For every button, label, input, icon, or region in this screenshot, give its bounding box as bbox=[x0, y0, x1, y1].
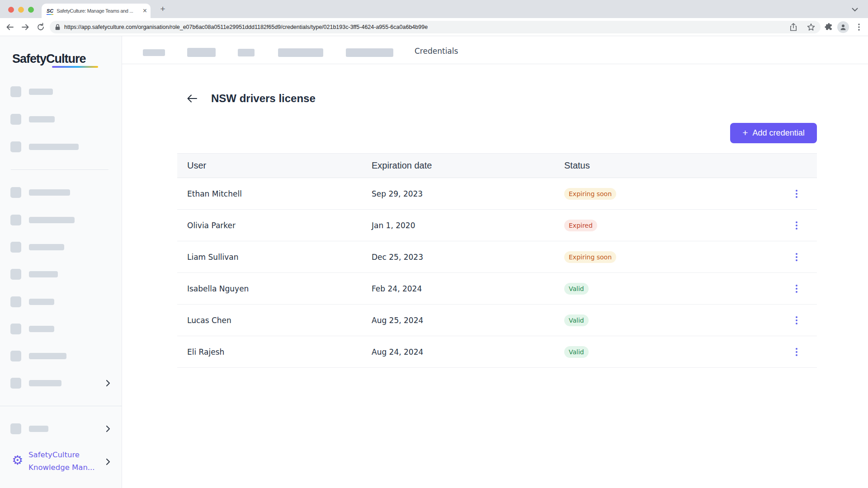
plus-icon: + bbox=[742, 127, 748, 138]
sidebar: SafetyCulture ⚙ SafetyCulture Knowledge … bbox=[0, 36, 122, 488]
user-cell: Isabella Nguyen bbox=[177, 284, 372, 293]
user-cell: Liam Sullivan bbox=[177, 253, 372, 262]
address-bar[interactable]: https://app.safetyculture.com/organisati… bbox=[50, 21, 821, 33]
sidebar-item-placeholder[interactable] bbox=[10, 242, 64, 253]
row-actions-kebab-icon[interactable] bbox=[796, 285, 797, 293]
person-icon bbox=[840, 23, 847, 31]
column-header-user: User bbox=[177, 160, 372, 171]
status-badge: Valid bbox=[564, 346, 589, 358]
logo-underline bbox=[52, 66, 98, 68]
row-actions-kebab-icon[interactable] bbox=[796, 348, 797, 356]
knowledge-base-line1: SafetyCulture bbox=[28, 450, 80, 459]
close-tab-icon[interactable]: × bbox=[143, 7, 147, 15]
user-cell: Lucas Chen bbox=[177, 316, 372, 325]
table-row: Lucas Chen Aug 25, 2024 Valid bbox=[177, 305, 817, 336]
column-header-status: Status bbox=[564, 160, 776, 171]
back-button[interactable] bbox=[185, 92, 199, 105]
row-actions-kebab-icon[interactable] bbox=[796, 190, 797, 198]
forward-icon[interactable] bbox=[21, 23, 30, 32]
page-title: NSW drivers license bbox=[211, 92, 316, 105]
user-cell: Ethan Mitchell bbox=[177, 189, 372, 198]
user-cell: Olivia Parker bbox=[177, 221, 372, 230]
nav-tab-placeholder[interactable] bbox=[278, 48, 323, 57]
sidebar-item-placeholder[interactable] bbox=[10, 187, 70, 198]
bookmark-star-icon[interactable] bbox=[807, 23, 815, 31]
table-row: Isabella Nguyen Feb 24, 2024 Valid bbox=[177, 273, 817, 305]
extensions-puzzle-icon[interactable] bbox=[825, 23, 833, 31]
expiration-cell: Feb 24, 2024 bbox=[372, 284, 564, 293]
row-actions-kebab-icon[interactable] bbox=[796, 253, 797, 261]
sidebar-item-placeholder[interactable] bbox=[10, 269, 58, 280]
back-icon[interactable] bbox=[5, 23, 14, 32]
nav-tab-placeholder[interactable] bbox=[346, 48, 393, 57]
table-body: Ethan Mitchell Sep 29, 2023 Expiring soo… bbox=[177, 178, 817, 368]
tab-search-chevron-icon[interactable] bbox=[852, 8, 858, 12]
browser-toolbar: https://app.safetyculture.com/organisati… bbox=[0, 18, 868, 36]
profile-avatar[interactable] bbox=[837, 21, 849, 33]
safetyculture-favicon-icon: SC bbox=[47, 8, 53, 14]
add-credential-label: Add credential bbox=[753, 128, 805, 138]
row-actions-kebab-icon[interactable] bbox=[796, 316, 797, 324]
knowledge-base-line2: Knowledge Man... bbox=[28, 463, 95, 472]
nav-tab-placeholder[interactable] bbox=[187, 48, 216, 57]
sidebar-item-placeholder[interactable] bbox=[10, 215, 75, 225]
safetyculture-logo: SafetyCulture bbox=[12, 52, 86, 66]
knowledge-base-link[interactable]: ⚙ SafetyCulture Knowledge Man... bbox=[12, 449, 95, 474]
reload-icon[interactable] bbox=[36, 23, 45, 32]
table-row: Olivia Parker Jan 1, 2020 Expired bbox=[177, 210, 817, 241]
content-area: NSW drivers license + Add credential Use… bbox=[122, 64, 868, 488]
nav-tab-placeholder[interactable] bbox=[238, 49, 255, 56]
credentials-table: User Expiration date Status Ethan Mitche… bbox=[177, 153, 817, 368]
window-controls bbox=[8, 7, 34, 13]
chevron-right-icon[interactable] bbox=[106, 380, 110, 387]
sidebar-item-placeholder[interactable] bbox=[10, 324, 54, 334]
table-header-row: User Expiration date Status bbox=[177, 154, 817, 178]
arrow-left-icon bbox=[187, 94, 198, 103]
main-area: Credentials NSW drivers license + Add cr… bbox=[122, 36, 868, 488]
sidebar-item-placeholder[interactable] bbox=[10, 423, 48, 434]
new-tab-button[interactable]: + bbox=[158, 4, 168, 14]
expiration-cell: Jan 1, 2020 bbox=[372, 221, 564, 230]
gear-icon: ⚙ bbox=[12, 449, 23, 474]
top-navigation: Credentials bbox=[122, 36, 868, 64]
status-badge: Expiring soon bbox=[564, 188, 616, 200]
minimize-window-button[interactable] bbox=[18, 7, 24, 13]
expiration-cell: Sep 29, 2023 bbox=[372, 189, 564, 198]
sidebar-item-placeholder[interactable] bbox=[10, 86, 53, 97]
sidebar-bottom-divider bbox=[0, 406, 122, 406]
browser-chrome: SC SafetyCulture: Manage Teams and ... ×… bbox=[0, 0, 868, 36]
column-header-expiration: Expiration date bbox=[372, 160, 564, 171]
sidebar-item-placeholder[interactable] bbox=[10, 296, 54, 307]
browser-tab[interactable]: SC SafetyCulture: Manage Teams and ... × bbox=[42, 4, 151, 18]
tab-title: SafetyCulture: Manage Teams and ... bbox=[57, 8, 141, 14]
row-actions-kebab-icon[interactable] bbox=[796, 221, 797, 230]
expiration-cell: Aug 24, 2024 bbox=[372, 347, 564, 357]
sidebar-item-placeholder[interactable] bbox=[10, 114, 55, 125]
table-row: Ethan Mitchell Sep 29, 2023 Expiring soo… bbox=[177, 178, 817, 210]
nav-tab-placeholder[interactable] bbox=[143, 49, 165, 56]
status-badge: Expiring soon bbox=[564, 251, 616, 263]
chevron-right-icon[interactable] bbox=[106, 458, 110, 465]
sidebar-item-placeholder[interactable] bbox=[10, 141, 79, 152]
add-credential-button[interactable]: + Add credential bbox=[730, 123, 817, 143]
url-text: https://app.safetyculture.com/organisati… bbox=[64, 24, 428, 30]
share-icon[interactable] bbox=[790, 23, 797, 31]
chevron-right-icon[interactable] bbox=[106, 425, 110, 432]
close-window-button[interactable] bbox=[8, 7, 14, 13]
nav-tab-credentials[interactable]: Credentials bbox=[415, 47, 458, 56]
maximize-window-button[interactable] bbox=[28, 7, 34, 13]
sidebar-item-placeholder[interactable] bbox=[10, 378, 61, 389]
tab-strip: SC SafetyCulture: Manage Teams and ... ×… bbox=[0, 0, 868, 18]
status-badge: Expired bbox=[564, 220, 597, 231]
sidebar-divider bbox=[11, 169, 108, 170]
expiration-cell: Dec 25, 2023 bbox=[372, 253, 564, 262]
lock-icon bbox=[55, 24, 60, 30]
user-cell: Eli Rajesh bbox=[177, 347, 372, 357]
sidebar-item-placeholder[interactable] bbox=[10, 351, 66, 361]
browser-menu-kebab-icon[interactable] bbox=[855, 23, 863, 32]
expiration-cell: Aug 25, 2024 bbox=[372, 316, 564, 325]
table-row: Eli Rajesh Aug 24, 2024 Valid bbox=[177, 336, 817, 368]
logo-text: SafetyCulture bbox=[12, 52, 86, 66]
status-badge: Valid bbox=[564, 283, 589, 295]
table-row: Liam Sullivan Dec 25, 2023 Expiring soon bbox=[177, 241, 817, 273]
